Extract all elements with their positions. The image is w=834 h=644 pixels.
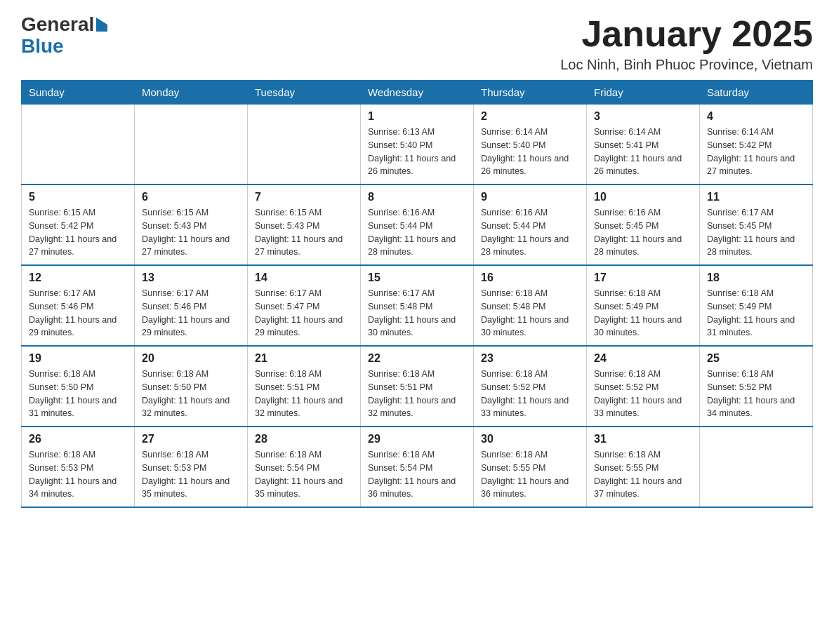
day-info: Sunrise: 6:16 AMSunset: 5:45 PMDaylight:… <box>594 206 692 259</box>
day-info: Sunrise: 6:14 AMSunset: 5:41 PMDaylight:… <box>594 126 692 178</box>
header-sunday: Sunday <box>22 81 135 105</box>
header-wednesday: Wednesday <box>361 81 474 105</box>
day-number: 28 <box>255 433 353 445</box>
page-header: General Blue January 2025 Loc Ninh, Binh… <box>21 14 813 73</box>
day-info: Sunrise: 6:15 AMSunset: 5:43 PMDaylight:… <box>142 206 240 259</box>
day-number: 29 <box>368 433 466 445</box>
header-thursday: Thursday <box>474 81 587 105</box>
logo-blue-text: Blue <box>21 36 64 58</box>
day-info: Sunrise: 6:18 AMSunset: 5:49 PMDaylight:… <box>707 287 805 340</box>
day-number: 21 <box>255 352 353 365</box>
header-tuesday: Tuesday <box>248 81 361 105</box>
day-info: Sunrise: 6:15 AMSunset: 5:42 PMDaylight:… <box>29 206 127 259</box>
calendar-cell: 6Sunrise: 6:15 AMSunset: 5:43 PMDaylight… <box>135 185 248 265</box>
day-info: Sunrise: 6:18 AMSunset: 5:52 PMDaylight:… <box>707 368 805 420</box>
day-number: 30 <box>481 433 579 445</box>
day-number: 8 <box>368 191 466 203</box>
calendar-cell <box>700 427 813 507</box>
day-info: Sunrise: 6:18 AMSunset: 5:52 PMDaylight:… <box>594 368 692 420</box>
calendar-cell: 21Sunrise: 6:18 AMSunset: 5:51 PMDayligh… <box>248 346 361 427</box>
calendar-cell: 8Sunrise: 6:16 AMSunset: 5:44 PMDaylight… <box>361 185 474 265</box>
calendar-cell: 3Sunrise: 6:14 AMSunset: 5:41 PMDaylight… <box>587 105 700 185</box>
calendar-cell: 27Sunrise: 6:18 AMSunset: 5:53 PMDayligh… <box>135 427 248 507</box>
day-info: Sunrise: 6:18 AMSunset: 5:53 PMDaylight:… <box>29 448 127 501</box>
calendar-cell: 31Sunrise: 6:18 AMSunset: 5:55 PMDayligh… <box>587 427 700 507</box>
calendar-cell: 13Sunrise: 6:17 AMSunset: 5:46 PMDayligh… <box>135 265 248 346</box>
calendar-table: SundayMondayTuesdayWednesdayThursdayFrid… <box>21 80 813 508</box>
calendar-cell <box>135 105 248 185</box>
week-row-1: 1Sunrise: 6:13 AMSunset: 5:40 PMDaylight… <box>22 105 813 185</box>
day-number: 5 <box>29 191 127 203</box>
day-info: Sunrise: 6:18 AMSunset: 5:52 PMDaylight:… <box>481 368 579 420</box>
day-number: 26 <box>29 433 127 445</box>
header-friday: Friday <box>587 81 700 105</box>
calendar-cell: 20Sunrise: 6:18 AMSunset: 5:50 PMDayligh… <box>135 346 248 427</box>
day-number: 19 <box>29 352 127 365</box>
month-year-title: January 2025 <box>560 14 813 54</box>
title-area: January 2025 Loc Ninh, Binh Phuoc Provin… <box>560 14 813 73</box>
week-row-5: 26Sunrise: 6:18 AMSunset: 5:53 PMDayligh… <box>22 427 813 507</box>
calendar-cell: 18Sunrise: 6:18 AMSunset: 5:49 PMDayligh… <box>700 265 813 346</box>
calendar-cell: 7Sunrise: 6:15 AMSunset: 5:43 PMDaylight… <box>248 185 361 265</box>
calendar-cell: 10Sunrise: 6:16 AMSunset: 5:45 PMDayligh… <box>587 185 700 265</box>
location-subtitle: Loc Ninh, Binh Phuoc Province, Vietnam <box>560 57 813 73</box>
day-number: 16 <box>481 271 579 284</box>
header-saturday: Saturday <box>700 81 813 105</box>
day-number: 22 <box>368 352 466 365</box>
week-row-2: 5Sunrise: 6:15 AMSunset: 5:42 PMDaylight… <box>22 185 813 265</box>
calendar-cell: 11Sunrise: 6:17 AMSunset: 5:45 PMDayligh… <box>700 185 813 265</box>
calendar-cell: 25Sunrise: 6:18 AMSunset: 5:52 PMDayligh… <box>700 346 813 427</box>
calendar-cell: 15Sunrise: 6:17 AMSunset: 5:48 PMDayligh… <box>361 265 474 346</box>
calendar-cell: 30Sunrise: 6:18 AMSunset: 5:55 PMDayligh… <box>474 427 587 507</box>
calendar-cell: 22Sunrise: 6:18 AMSunset: 5:51 PMDayligh… <box>361 346 474 427</box>
week-row-3: 12Sunrise: 6:17 AMSunset: 5:46 PMDayligh… <box>22 265 813 346</box>
calendar-cell: 29Sunrise: 6:18 AMSunset: 5:54 PMDayligh… <box>361 427 474 507</box>
day-info: Sunrise: 6:18 AMSunset: 5:54 PMDaylight:… <box>255 448 353 501</box>
day-number: 3 <box>594 110 692 123</box>
day-info: Sunrise: 6:18 AMSunset: 5:48 PMDaylight:… <box>481 287 579 340</box>
day-number: 31 <box>594 433 692 445</box>
calendar-cell: 17Sunrise: 6:18 AMSunset: 5:49 PMDayligh… <box>587 265 700 346</box>
day-number: 25 <box>707 352 805 365</box>
day-info: Sunrise: 6:18 AMSunset: 5:51 PMDaylight:… <box>368 368 466 420</box>
calendar-cell <box>22 105 135 185</box>
day-number: 17 <box>594 271 692 284</box>
calendar-cell: 23Sunrise: 6:18 AMSunset: 5:52 PMDayligh… <box>474 346 587 427</box>
day-info: Sunrise: 6:14 AMSunset: 5:40 PMDaylight:… <box>481 126 579 178</box>
day-number: 27 <box>142 433 240 445</box>
calendar-header: SundayMondayTuesdayWednesdayThursdayFrid… <box>22 81 813 105</box>
day-info: Sunrise: 6:17 AMSunset: 5:46 PMDaylight:… <box>142 287 240 340</box>
day-number: 15 <box>368 271 466 284</box>
calendar-cell <box>248 105 361 185</box>
day-number: 9 <box>481 191 579 203</box>
day-number: 6 <box>142 191 240 203</box>
day-number: 23 <box>481 352 579 365</box>
calendar-cell: 1Sunrise: 6:13 AMSunset: 5:40 PMDaylight… <box>361 105 474 185</box>
calendar-cell: 2Sunrise: 6:14 AMSunset: 5:40 PMDaylight… <box>474 105 587 185</box>
header-monday: Monday <box>135 81 248 105</box>
day-info: Sunrise: 6:18 AMSunset: 5:53 PMDaylight:… <box>142 448 240 501</box>
day-info: Sunrise: 6:16 AMSunset: 5:44 PMDaylight:… <box>481 206 579 259</box>
calendar-cell: 16Sunrise: 6:18 AMSunset: 5:48 PMDayligh… <box>474 265 587 346</box>
logo-general-text: General <box>21 14 94 36</box>
calendar-cell: 26Sunrise: 6:18 AMSunset: 5:53 PMDayligh… <box>22 427 135 507</box>
day-info: Sunrise: 6:17 AMSunset: 5:46 PMDaylight:… <box>29 287 127 340</box>
day-info: Sunrise: 6:18 AMSunset: 5:55 PMDaylight:… <box>594 448 692 501</box>
day-number: 10 <box>594 191 692 203</box>
day-number: 14 <box>255 271 353 284</box>
calendar-cell: 14Sunrise: 6:17 AMSunset: 5:47 PMDayligh… <box>248 265 361 346</box>
day-info: Sunrise: 6:14 AMSunset: 5:42 PMDaylight:… <box>707 126 805 178</box>
day-info: Sunrise: 6:17 AMSunset: 5:48 PMDaylight:… <box>368 287 466 340</box>
week-row-4: 19Sunrise: 6:18 AMSunset: 5:50 PMDayligh… <box>22 346 813 427</box>
day-number: 11 <box>707 191 805 203</box>
day-info: Sunrise: 6:17 AMSunset: 5:47 PMDaylight:… <box>255 287 353 340</box>
day-number: 7 <box>255 191 353 203</box>
day-number: 13 <box>142 271 240 284</box>
calendar-cell: 9Sunrise: 6:16 AMSunset: 5:44 PMDaylight… <box>474 185 587 265</box>
day-info: Sunrise: 6:13 AMSunset: 5:40 PMDaylight:… <box>368 126 466 178</box>
logo: General Blue <box>21 14 107 58</box>
calendar-cell: 4Sunrise: 6:14 AMSunset: 5:42 PMDaylight… <box>700 105 813 185</box>
day-info: Sunrise: 6:18 AMSunset: 5:50 PMDaylight:… <box>142 368 240 420</box>
calendar-cell: 5Sunrise: 6:15 AMSunset: 5:42 PMDaylight… <box>22 185 135 265</box>
calendar-cell: 24Sunrise: 6:18 AMSunset: 5:52 PMDayligh… <box>587 346 700 427</box>
